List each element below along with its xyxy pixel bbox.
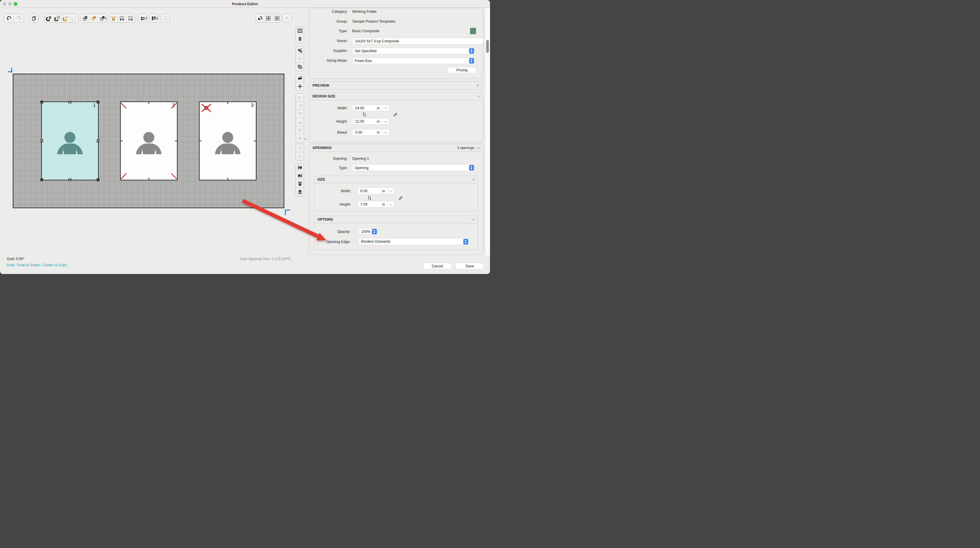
delete-opening-button[interactable] — [296, 35, 304, 43]
overlap-dark-button[interactable] — [98, 14, 106, 22]
stepper-icon[interactable] — [463, 239, 468, 245]
copy-special-button[interactable]: ? — [296, 63, 304, 71]
stepper-icon[interactable] — [469, 48, 474, 54]
unit-dropdown[interactable] — [387, 188, 394, 194]
distribute-vertical-button[interactable] — [296, 144, 304, 152]
snap-off-button[interactable] — [45, 14, 53, 22]
panel-scrollbar-thumb[interactable] — [486, 40, 489, 53]
move-opening-button[interactable] — [296, 83, 304, 91]
chevron-left-icon[interactable] — [477, 84, 480, 87]
unit-dropdown[interactable] — [382, 129, 389, 135]
align-right-button[interactable] — [296, 102, 304, 110]
margin-lock-button[interactable] — [150, 14, 158, 22]
move-page-button[interactable] — [264, 14, 273, 22]
cancel-button[interactable]: Cancel — [423, 263, 452, 269]
resize-handle[interactable] — [97, 101, 100, 103]
resize-handle[interactable] — [97, 140, 100, 142]
clear-grid-button[interactable] — [81, 14, 89, 22]
title-bar: Product Editor — [0, 0, 490, 8]
bleed-field[interactable]: 0.00in — [352, 129, 389, 136]
opening-width-field[interactable]: 5.00in — [358, 187, 395, 194]
stepper-icon[interactable] — [469, 165, 474, 170]
align-top-button[interactable] — [296, 110, 304, 118]
design-size-header[interactable]: DESIGN SIZE — [309, 92, 483, 100]
opening-type-select[interactable]: Opening — [352, 164, 475, 171]
unit-dropdown[interactable] — [387, 201, 394, 207]
guides-button[interactable] — [138, 14, 147, 22]
pricing-button[interactable]: Pricing — [448, 67, 476, 73]
sizing-mode-select[interactable]: Fixed Size — [352, 57, 475, 64]
preview-section[interactable]: PREVIEW — [309, 81, 483, 90]
opening-height-field[interactable]: 7.00in — [358, 201, 395, 208]
redo-button[interactable] — [14, 14, 24, 22]
opening-2[interactable]: 2 — [120, 102, 178, 180]
swap-dimensions-icon[interactable] — [362, 112, 367, 117]
push-top-button[interactable] — [296, 180, 304, 188]
rotate-page-button[interactable] — [256, 14, 264, 22]
save-button[interactable]: Save — [455, 263, 484, 269]
undo-button[interactable] — [4, 14, 14, 22]
type-color-swatch[interactable] — [470, 28, 476, 34]
sizing-mode-value: Fixed Size — [355, 59, 372, 63]
copy-to-all-button[interactable]: 3 — [296, 46, 304, 54]
resize-handle[interactable] — [68, 101, 72, 103]
resize-handle[interactable] — [40, 140, 43, 142]
design-height-field[interactable]: 12.00in — [352, 118, 389, 125]
unit-dropdown[interactable] — [382, 118, 389, 124]
chevron-down-icon[interactable] — [471, 177, 475, 181]
supplier-select[interactable]: Not Specified — [352, 48, 475, 54]
autospacing-off-button[interactable] — [109, 14, 118, 22]
snap-off-icon — [46, 15, 52, 21]
center-vertical-button[interactable] — [296, 134, 304, 142]
duplicate-button[interactable] — [30, 14, 38, 22]
category-value: Working Folder — [352, 10, 377, 14]
nested-openings-button[interactable] — [161, 14, 169, 22]
overlap-orange-button[interactable] — [89, 14, 98, 22]
resize-handle[interactable] — [68, 178, 72, 181]
snap-status: Snap: Snap to Edges, Guides & Gaps — [6, 263, 67, 267]
rotate-opening-button[interactable] — [296, 74, 304, 83]
options-header[interactable]: OPTIONS — [314, 216, 478, 223]
opening-1[interactable]: 1 — [41, 102, 99, 180]
chevron-down-icon[interactable] — [477, 145, 480, 149]
stepper-icon[interactable] — [372, 229, 377, 234]
add-opening-button[interactable] — [296, 27, 304, 35]
add-opening-icon — [298, 28, 302, 33]
distribute-horizontal-button[interactable] — [296, 152, 304, 160]
chevron-down-icon[interactable] — [477, 94, 480, 97]
panel-resize-dot[interactable] — [305, 138, 306, 140]
resize-handle[interactable] — [40, 178, 43, 181]
openings-header[interactable]: OPENINGS 3 openings — [309, 144, 483, 152]
effects-button[interactable] — [283, 14, 291, 22]
align-left-button[interactable] — [296, 94, 304, 102]
link-dimensions-icon[interactable] — [393, 113, 397, 117]
chevron-down-icon[interactable] — [471, 217, 475, 221]
spacing-edge-button[interactable] — [126, 14, 135, 22]
push-bottom-button[interactable] — [296, 188, 304, 196]
snap-to-grid-button[interactable] — [53, 14, 62, 22]
center-horizontal-button[interactable] — [296, 126, 304, 134]
link-dimensions-icon[interactable] — [398, 196, 402, 200]
snap-disabled-button[interactable] — [70, 14, 78, 22]
snap-to-guides-button[interactable] — [62, 14, 70, 22]
opening-3[interactable]: 3 — [199, 102, 256, 180]
design-canvas[interactable]: 1 2 — [13, 74, 284, 208]
push-right-button[interactable] — [296, 172, 304, 180]
push-left-button[interactable] — [296, 164, 304, 172]
spacing-between-button[interactable] — [118, 14, 126, 22]
undo-icon — [6, 15, 12, 21]
opening-edge-select[interactable]: Borders Outwards — [359, 238, 469, 245]
resize-handle[interactable] — [97, 178, 100, 181]
opacity-stepper[interactable]: 100% — [359, 228, 378, 235]
stepper-icon[interactable] — [469, 58, 474, 64]
opening-edge-value: Borders Outwards — [361, 240, 390, 243]
align-bottom-button[interactable] — [296, 118, 304, 126]
center-page-button[interactable] — [273, 14, 281, 22]
paste-to-all-button[interactable]: 3 — [296, 54, 304, 63]
design-width-field[interactable]: 24.00in — [352, 105, 389, 111]
unit-dropdown[interactable] — [382, 105, 389, 111]
name-input[interactable]: 10x20/ 5x7 3-up Composite — [352, 38, 483, 44]
swap-dimensions-icon[interactable] — [367, 195, 372, 201]
size-header[interactable]: SIZE — [314, 176, 478, 183]
resize-handle[interactable] — [40, 101, 43, 103]
